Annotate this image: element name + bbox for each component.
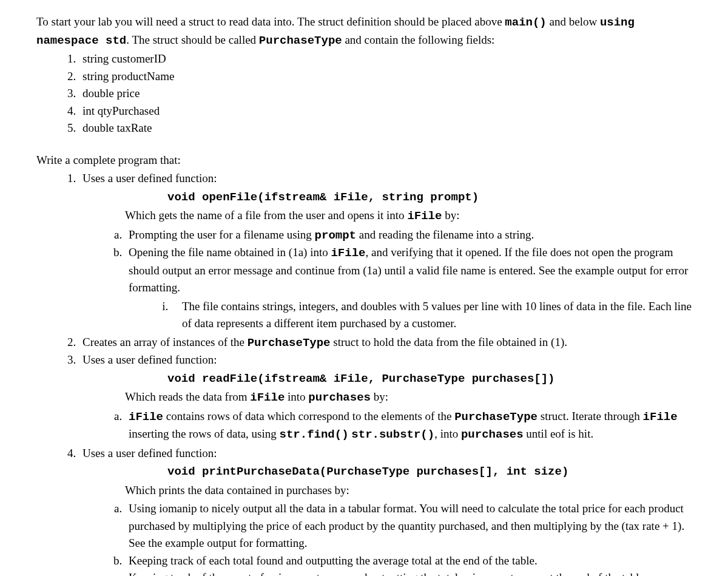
item3-signature: void readFile(ifstream& iFile, PurchaseT… (83, 370, 692, 388)
item1-which-1: Which gets the name of a file from the u… (125, 209, 407, 222)
intro-text-2: and below (547, 15, 600, 28)
item3-a-t1: contains rows of data which correspond t… (163, 410, 454, 422)
item3-a-t5: until eof is hit. (524, 427, 594, 440)
item1-signature: void openFile(ifstream& iFile, string pr… (83, 189, 692, 206)
item1-a-code: prompt (315, 229, 356, 242)
field-item-1: string customerID (79, 50, 692, 68)
intro-text-1: To start your lab you will need a struct… (36, 15, 505, 28)
main-item-1: Uses a user defined function: void openF… (79, 170, 692, 333)
field-item-5: double taxRate (79, 120, 692, 137)
item3-a-t2: struct. Iterate through (538, 410, 643, 422)
item1-sublist: Prompting the user for a filename using … (83, 226, 692, 333)
item3-lead: Uses a user defined function: (83, 353, 217, 366)
item1-b-sublist: The file contains strings, integers, and… (129, 298, 692, 333)
item3-a-code1: iFile (129, 410, 163, 424)
item4-a: Using iomanip to nicely output all the d… (125, 500, 692, 552)
item3-code2: purchases (308, 391, 371, 404)
item3-a-code3: iFile (643, 410, 678, 424)
item2-t1: Creates an array of instances of the (83, 336, 248, 348)
item1-b: Opening the file name obtained in (1a) i… (125, 244, 692, 333)
item3-a-t4: , into (434, 427, 461, 440)
item3-which-3: by: (371, 390, 388, 403)
item3-a-code6: purchases (461, 428, 524, 441)
intro-text-4: and contain the following fields: (342, 33, 495, 46)
field-item-3: double price (79, 85, 692, 103)
item1-which-code: iFile (407, 209, 442, 223)
item3-sublist: iFile contains rows of data which corres… (83, 408, 692, 444)
item4-which: Which prints the data contained in purch… (83, 482, 692, 500)
item3-which: Which reads the data from iFile into pur… (83, 388, 692, 407)
item3-a-t3: inserting the rows of data, using (129, 427, 280, 440)
item4-signature: void printPurchaseData(PurchaseType purc… (83, 463, 692, 481)
item1-b-code: iFile (331, 246, 365, 260)
intro-paragraph: To start your lab you will need a struct… (36, 13, 692, 49)
item3-a-code5: str.substr() (351, 428, 434, 441)
code-purchasetype: PurchaseType (259, 34, 342, 47)
item3-a-code4: str.find() (280, 428, 349, 441)
item4-c: Keeping track of the count of unique cus… (125, 569, 692, 576)
item1-which: Which gets the name of a file from the u… (83, 207, 692, 225)
item1-which-2: by: (442, 209, 459, 222)
field-item-2: string productName (79, 68, 692, 86)
main-item-3: Uses a user defined function: void readF… (79, 351, 692, 444)
item3-which-1: Which reads the data from (125, 390, 250, 403)
item2-t2: struct to hold the data from the file ob… (331, 336, 567, 348)
field-item-4: int qtyPurchased (79, 103, 692, 120)
item1-b-i: The file contains strings, integers, and… (171, 298, 692, 333)
item1-a-1: Prompting the user for a filename using (129, 228, 315, 241)
item3-a: iFile contains rows of data which corres… (125, 408, 692, 444)
item3-code1: iFile (250, 391, 285, 404)
main-item-4: Uses a user defined function: void print… (79, 445, 692, 577)
code-main: main() (505, 16, 546, 29)
item1-b-1: Opening the file name obtained in (1a) i… (129, 246, 331, 259)
item2-code: PurchaseType (248, 336, 331, 350)
item1-lead: Uses a user defined function: (83, 172, 217, 185)
fields-list: string customerID string productName dou… (36, 50, 692, 137)
main-list: Uses a user defined function: void openF… (36, 170, 692, 576)
item4-lead: Uses a user defined function: (83, 447, 217, 459)
item1-a: Prompting the user for a filename using … (125, 226, 692, 245)
item4-sublist: Using iomanip to nicely output all the d… (83, 500, 692, 576)
write-complete-heading: Write a complete program that: (36, 152, 692, 169)
item3-a-code2: PurchaseType (454, 410, 538, 424)
intro-text-3: . The struct should be called (126, 33, 259, 46)
item3-which-2: into (285, 390, 308, 403)
item4-b: Keeping track of each total found and ou… (125, 552, 692, 570)
item1-a-2: and reading the filename into a string. (356, 228, 534, 241)
main-item-2: Creates an array of instances of the Pur… (79, 334, 692, 352)
